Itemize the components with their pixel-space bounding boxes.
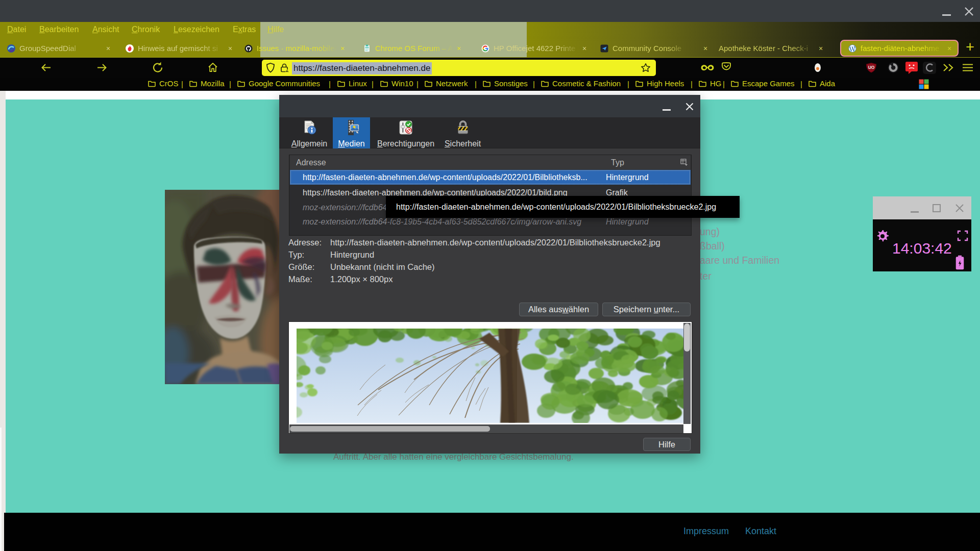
- svg-text:UO: UO: [868, 65, 875, 70]
